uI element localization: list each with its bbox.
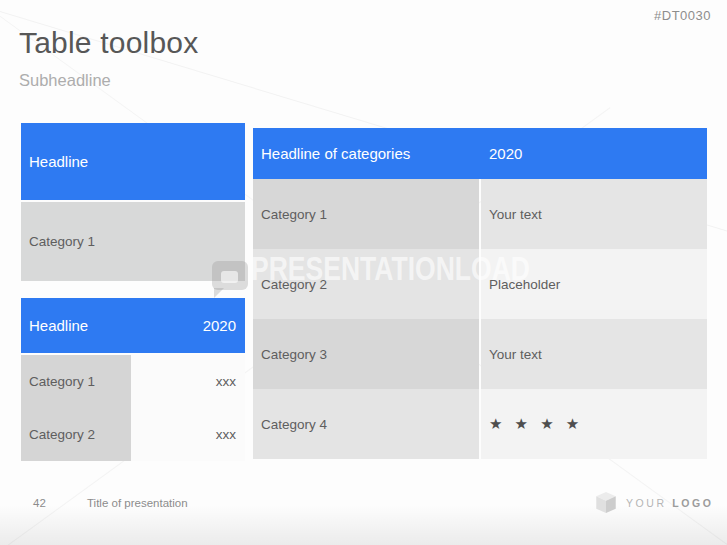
table3-label-cell: Category 1 [253,179,479,249]
cell-text: Category 2 [29,427,95,442]
table-row: Category 2 xxx [21,408,245,461]
table2-label-cell: Category 2 [21,408,131,461]
logo-word-bold: LOGO [672,497,713,509]
slide: #DT0030 Table toolbox Subheadline Headli… [0,0,727,545]
table1-category-label: Category 1 [29,234,95,249]
placeholder-logo: YOUR LOGO [595,491,714,514]
cell-text: Category 1 [29,374,95,389]
table2-label-cell: Category 1 [21,355,131,408]
presentation-title: Title of presentation [87,497,188,509]
page-title: Table toolbox [19,26,198,60]
logo-text: YOUR LOGO [626,497,714,509]
table3-label-cell: Category 3 [253,319,479,389]
table2-value-cell: xxx [131,408,245,461]
logo-word-light: YOUR [626,497,672,509]
template-code: #DT0030 [654,8,711,23]
table3-header: Headline of categories 2020 [253,128,707,179]
table2-header-label: Headline [29,317,88,334]
table3-rating-cell: ★ ★ ★ ★ [481,389,707,459]
table-row: Category 3 Your text [253,319,707,389]
cell-text: Category 4 [261,417,327,432]
table3-label-cell: Category 4 [253,389,479,459]
table-row: Category 1 Your text [253,179,707,249]
cell-text: xxx [216,427,236,442]
cell-text: Your text [489,207,542,222]
table3-header-label: Headline of categories [261,145,410,162]
table2-body: Category 1 xxx Category 2 xxx [21,355,245,461]
table3-header-label-cell: Headline of categories [253,145,479,162]
table2-header-year: 2020 [203,317,236,334]
cube-icon [595,491,617,514]
cell-text: xxx [216,374,236,389]
table2-value-cell: xxx [131,355,245,408]
table3-header-year-cell: 2020 [481,145,707,162]
table1-header-label: Headline [29,153,88,170]
table-headline-single: Headline Category 1 [21,123,245,281]
table3-value-cell: Your text [481,319,707,389]
table3-header-year: 2020 [489,145,522,162]
page-subtitle: Subheadline [19,71,111,90]
table-row: Category 1 xxx [21,355,245,408]
table1-header: Headline [21,123,245,200]
page-number: 42 [33,497,46,509]
table-headline-year: Headline 2020 Category 1 xxx Category 2 … [21,298,245,461]
table2-header: Headline 2020 [21,298,245,353]
cell-text: Category 3 [261,347,327,362]
speech-bubble-icon [212,261,248,290]
cell-text: Your text [489,347,542,362]
cell-text: Category 1 [261,207,327,222]
star-rating-icons: ★ ★ ★ ★ [489,415,583,433]
watermark-text: PRESENTATIONLOAD [251,249,530,288]
table-row: Category 4 ★ ★ ★ ★ [253,389,707,459]
table3-value-cell: Your text [481,179,707,249]
table-categories: Headline of categories 2020 Category 1 Y… [253,128,707,459]
